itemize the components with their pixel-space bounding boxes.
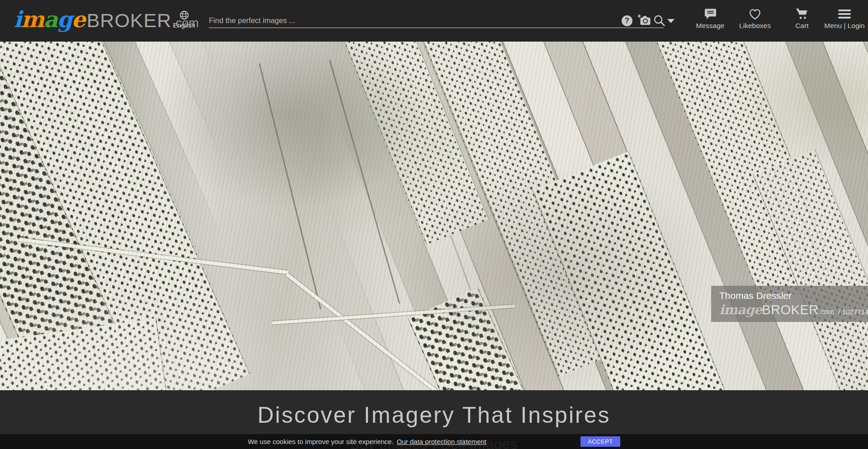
message-icon	[704, 8, 717, 20]
logo-letter: g	[57, 6, 71, 33]
top-nav: image BROKER .com English ? Messag	[0, 0, 868, 42]
photographer-name: Thomas Dressler	[719, 290, 862, 301]
watermark-image-word: image	[719, 302, 762, 317]
watermark-separator: /	[838, 308, 840, 316]
image-id: 10277149	[842, 308, 868, 316]
watermark: image BROKER .com / 10277149	[719, 302, 862, 317]
nav-likeboxes-label: Likeboxes	[734, 22, 776, 30]
help-icon[interactable]: ?	[622, 15, 632, 26]
logo-letter: e	[72, 6, 85, 33]
hamburger-menu-icon	[838, 8, 851, 20]
logo-broker-word: BROKER	[87, 9, 172, 32]
search-icon[interactable]	[653, 14, 665, 27]
heart-icon	[748, 8, 762, 20]
language-selector[interactable]: English	[168, 10, 200, 29]
nav-menu-login-label: Menu | Login	[822, 22, 867, 30]
search-bar: ?	[209, 14, 664, 28]
cookie-message: We use cookies to improve your site expe…	[248, 438, 393, 445]
search-options-caret-icon[interactable]	[667, 19, 675, 23]
cookie-banner: We use cookies to improve your site expe…	[0, 434, 868, 449]
camera-search-icon[interactable]	[637, 14, 651, 27]
logo-image-word: image	[14, 6, 85, 33]
cart-icon	[795, 8, 809, 20]
language-label: English	[168, 21, 200, 29]
globe-icon	[179, 10, 189, 20]
logo-letter: m	[21, 6, 44, 33]
watermark-tld: .com	[819, 308, 835, 316]
logo-letter: i	[14, 6, 21, 33]
hero-image: Thomas Dressler image BROKER .com / 1027…	[0, 42, 868, 390]
headline: Discover Imagery That Inspires	[0, 390, 868, 429]
nav-cart[interactable]: Cart	[788, 7, 816, 30]
nav-message[interactable]: Message	[693, 7, 728, 30]
photo-credit: Thomas Dressler image BROKER .com / 1027…	[711, 286, 868, 322]
nav-menu-login[interactable]: Menu | Login	[822, 7, 867, 30]
nav-cart-label: Cart	[788, 22, 816, 30]
logo-letter: a	[43, 6, 57, 33]
watermark-broker-word: BROKER	[762, 302, 818, 317]
nav-likeboxes[interactable]: Likeboxes	[734, 7, 776, 30]
nav-message-label: Message	[693, 22, 728, 30]
accept-button[interactable]: ACCEPT	[580, 436, 620, 447]
data-protection-link[interactable]: Our data protection statement	[397, 438, 486, 445]
search-input[interactable]	[209, 14, 598, 27]
hero-layer-shading	[0, 42, 868, 390]
